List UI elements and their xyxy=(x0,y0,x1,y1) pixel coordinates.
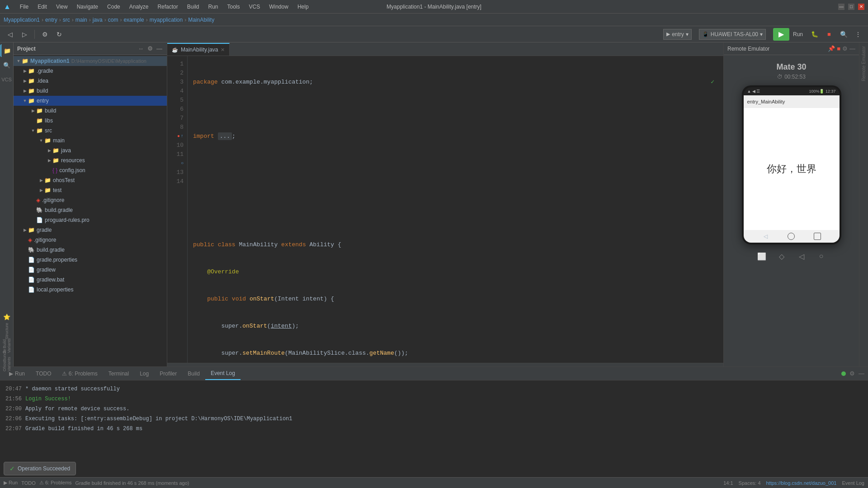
nav-recents-btn[interactable] xyxy=(814,233,821,240)
editor-tab-mainability[interactable]: ☕ MainAbility.java ✕ xyxy=(167,43,230,56)
tree-root[interactable]: ▼ 📁 Myapplication1 D:\HarmonyOS\IDE\Myap… xyxy=(14,56,167,66)
tree-gradle-folder[interactable]: ▶ 📁 gradle xyxy=(14,225,167,235)
status-event-log[interactable]: Event Log xyxy=(842,480,864,486)
bottom-tab-log[interactable]: Log xyxy=(134,367,154,380)
tree-gradle-properties[interactable]: ▶ 📄 gradle.properties xyxy=(14,255,167,265)
sidebar-collapse-icon[interactable]: — xyxy=(156,44,163,53)
activity-project[interactable]: 📁 xyxy=(0,44,13,57)
tree-resources[interactable]: ▶ 📁 resources xyxy=(14,155,167,165)
breadcrumb-myapplication1[interactable]: Myapplication1 xyxy=(4,17,40,23)
tree-build-gradle-root[interactable]: ▶ 🐘 build.gradle xyxy=(14,245,167,255)
menu-file[interactable]: File xyxy=(18,3,30,11)
toolbar-stop-btn[interactable]: ■ xyxy=(823,28,835,41)
menu-analyze[interactable]: Analyze xyxy=(127,3,151,11)
tree-libs[interactable]: ▶ 📁 libs xyxy=(14,116,167,126)
menu-run[interactable]: Run xyxy=(206,3,220,11)
tree-gradlew-bat[interactable]: ▶ 📄 gradlew.bat xyxy=(14,275,167,285)
toolbar-more-btn[interactable]: ⋮ xyxy=(852,28,864,41)
tree-java[interactable]: ▶ 📁 java xyxy=(14,145,167,155)
bottom-tab-todo[interactable]: TODO xyxy=(30,367,57,380)
rp-settings-icon[interactable]: ⚙ xyxy=(842,45,848,52)
tree-proguard[interactable]: ▶ 📄 proguard-rules.pro xyxy=(14,215,167,225)
bt-minimize-icon[interactable]: — xyxy=(859,370,864,377)
menu-navigate[interactable]: Navigate xyxy=(75,3,100,11)
breadcrumb-myapplication[interactable]: myapplication xyxy=(150,17,183,23)
run-config-selector[interactable]: ▶ entry ▾ xyxy=(663,29,692,40)
code-content[interactable]: package com.example.myapplication;✓ impo… xyxy=(188,56,723,363)
bottom-tab-terminal[interactable]: Terminal xyxy=(103,367,134,380)
sidebar-sync-icon[interactable]: ↔ xyxy=(137,44,145,53)
breadcrumb-mainability[interactable]: MainAbility xyxy=(188,17,214,23)
breadcrumb-src[interactable]: src xyxy=(63,17,70,23)
status-problems[interactable]: ⚠ 6: Problems xyxy=(39,480,72,486)
activity-structure[interactable]: Structure xyxy=(0,325,13,338)
emu-power-btn[interactable]: ○ xyxy=(815,250,828,263)
tree-gitignore-root[interactable]: ▶ ◈ .gitignore xyxy=(14,235,167,245)
remote-emulator-label[interactable]: Remote Emulator xyxy=(860,44,867,83)
rp-stop-icon[interactable]: ■ xyxy=(837,45,840,52)
nav-back-btn[interactable]: ◁ xyxy=(762,233,769,240)
toolbar-back-btn[interactable]: ◁ xyxy=(4,28,16,41)
code-editor[interactable]: 1 2 3 4 5 6 7 8 ● ↑ 10 11 ○ 13 14 xyxy=(167,56,723,363)
activity-ohos[interactable]: OhosBundle Variants xyxy=(0,354,13,366)
tree-gradle[interactable]: ▶ 📁 .gradle xyxy=(14,66,167,76)
device-selector[interactable]: 📱 HUAWEI TAS-AL00 ▾ xyxy=(699,29,766,40)
rp-close-icon[interactable]: — xyxy=(849,45,855,52)
maximize-button[interactable]: □ xyxy=(848,4,854,10)
activity-vcs[interactable]: VCS xyxy=(0,73,13,86)
tree-build-gradle-entry[interactable]: ▶ 🐘 build.gradle xyxy=(14,205,167,215)
emu-volume-btn[interactable]: ◁ xyxy=(795,250,808,263)
activity-favorites[interactable]: ⭐ xyxy=(0,310,13,323)
nav-home-btn[interactable] xyxy=(788,233,795,240)
tab-close-btn[interactable]: ✕ xyxy=(221,47,225,53)
breadcrumb-entry[interactable]: entry xyxy=(45,17,57,23)
tree-build-root[interactable]: ▶ 📁 build xyxy=(14,86,167,96)
tree-config-json[interactable]: ▶ { } config.json xyxy=(14,165,167,175)
menu-vcs[interactable]: VCS xyxy=(247,3,262,11)
bottom-tab-event-log[interactable]: Event Log xyxy=(205,367,241,380)
minimize-button[interactable]: — xyxy=(838,4,844,10)
toolbar-fwd-btn[interactable]: ▷ xyxy=(18,28,31,41)
close-button[interactable]: ✕ xyxy=(858,4,864,10)
tree-entry[interactable]: ▼ 📁 entry xyxy=(14,96,167,106)
tree-gradlew[interactable]: ▶ 📄 gradlew xyxy=(14,265,167,275)
rp-pin-icon[interactable]: 📌 xyxy=(828,45,835,52)
status-url[interactable]: https://blog.csdn.net/dazuo_001 xyxy=(766,480,837,486)
toolbar-debug-btn[interactable]: 🐛 xyxy=(808,28,821,41)
emu-screenshot-btn[interactable]: ⬜ xyxy=(755,250,768,263)
activity-search[interactable]: 🔍 xyxy=(0,59,13,71)
tree-ohostest[interactable]: ▶ 📁 ohosTest xyxy=(14,175,167,185)
run-button[interactable]: ▶ xyxy=(773,28,789,41)
bottom-tab-build[interactable]: Build xyxy=(182,367,205,380)
tree-gitignore-entry[interactable]: ▶ ◈ .gitignore xyxy=(14,195,167,205)
menu-window[interactable]: Window xyxy=(267,3,290,11)
breadcrumb-example[interactable]: example xyxy=(123,17,144,23)
toolbar-settings-btn[interactable]: ⚙ xyxy=(38,28,51,41)
breadcrumb-main[interactable]: main xyxy=(75,17,87,23)
tree-idea[interactable]: ▶ 📁 .idea xyxy=(14,76,167,86)
breadcrumb-com[interactable]: com xyxy=(108,17,118,23)
menu-refactor[interactable]: Refactor xyxy=(156,3,179,11)
editor-scrollbar[interactable] xyxy=(167,363,723,366)
tree-src[interactable]: ▼ 📁 src xyxy=(14,126,167,136)
menu-edit[interactable]: Edit xyxy=(36,3,49,11)
menu-code[interactable]: Code xyxy=(105,3,122,11)
bt-settings-icon[interactable]: ⚙ xyxy=(849,370,855,377)
breadcrumb-java[interactable]: java xyxy=(93,17,103,23)
emu-rotate-btn[interactable]: ◇ xyxy=(775,250,788,263)
menu-build[interactable]: Build xyxy=(185,3,201,11)
menu-help[interactable]: Help xyxy=(296,3,311,11)
status-run-btn[interactable]: ▶ Run xyxy=(4,480,18,486)
menu-tools[interactable]: Tools xyxy=(226,3,242,11)
bottom-tab-problems[interactable]: ⚠ 6: Problems xyxy=(57,367,103,380)
sidebar-cog-icon[interactable]: ⚙ xyxy=(146,44,154,53)
bottom-tab-profiler[interactable]: Profiler xyxy=(154,367,182,380)
tree-local-properties[interactable]: ▶ 📄 local.properties xyxy=(14,285,167,295)
status-todo[interactable]: TODO xyxy=(21,480,36,486)
toolbar-search-btn[interactable]: 🔍 xyxy=(837,28,850,41)
tree-entry-build[interactable]: ▶ 📁 build xyxy=(14,106,167,116)
tree-test[interactable]: ▶ 📁 test xyxy=(14,185,167,195)
menu-view[interactable]: View xyxy=(54,3,70,11)
toolbar-sync-btn[interactable]: ↻ xyxy=(53,28,66,41)
tree-main[interactable]: ▼ 📁 main xyxy=(14,136,167,145)
